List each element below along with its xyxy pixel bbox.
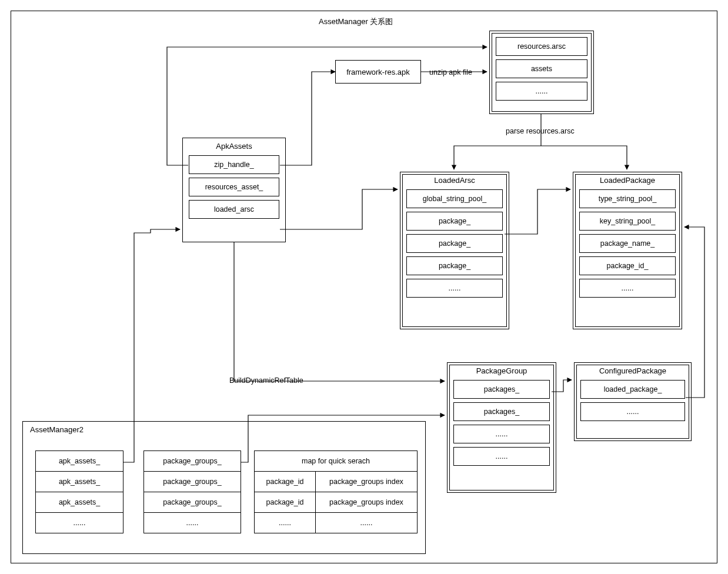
loaded-arsc-row: global_string_pool_ — [406, 189, 503, 208]
diagram-title: AssetManager 关系图 — [318, 16, 394, 27]
configured-package-node: ConfiguredPackage loaded_package_ ...... — [574, 362, 692, 441]
unzip-label: unzip apk file — [428, 68, 473, 76]
quick-search-map: map for quick serach package_id package_… — [254, 450, 418, 533]
apk-assets-row: loaded_arsc — [189, 200, 279, 219]
configured-package-row: ...... — [580, 402, 685, 421]
map-cell: package_groups index — [315, 472, 417, 492]
loaded-package-node: LoadedPackage type_string_pool_ key_stri… — [573, 172, 682, 329]
package-group-row: packages_ — [453, 402, 550, 421]
unzipped-row: ...... — [496, 82, 587, 101]
map-cell: package_id — [255, 492, 316, 513]
unzipped-row: assets — [496, 59, 587, 78]
map-cell: package_groups index — [315, 492, 417, 513]
list-item: ...... — [144, 513, 241, 533]
asset-manager2-title: AssetManager2 — [23, 422, 425, 435]
loaded-arsc-row: package_ — [406, 234, 503, 253]
package-group-row: ...... — [453, 447, 550, 466]
apk-assets-row: resources_asset_ — [189, 178, 279, 196]
loaded-package-row: type_string_pool_ — [579, 189, 676, 208]
map-cell: ...... — [315, 513, 417, 533]
configured-package-row: loaded_package_ — [580, 380, 685, 399]
map-cell: ...... — [255, 513, 316, 533]
loaded-arsc-row: ...... — [406, 279, 503, 298]
package-group-title: PackageGroup — [448, 363, 556, 376]
apk-assets-node: ApkAssets zip_handle_ resources_asset_ l… — [182, 138, 286, 242]
package-groups-list: package_groups_ package_groups_ package_… — [143, 450, 241, 533]
unzipped-contents: resources.arsc assets ...... — [489, 31, 594, 114]
apk-assets-title: ApkAssets — [183, 138, 285, 152]
list-item: apk_assets_ — [36, 492, 123, 513]
loaded-package-title: LoadedPackage — [573, 172, 682, 186]
loaded-package-row: package_id_ — [579, 256, 676, 275]
apk-assets-list: apk_assets_ apk_assets_ apk_assets_ ....… — [35, 450, 123, 533]
package-group-node: PackageGroup packages_ packages_ ...... … — [447, 362, 556, 493]
apk-assets-row: zip_handle_ — [189, 155, 279, 174]
list-item: apk_assets_ — [36, 472, 123, 492]
package-group-row: ...... — [453, 425, 550, 443]
map-title: map for quick serach — [255, 451, 418, 472]
loaded-package-row: package_name_ — [579, 234, 676, 253]
map-cell: package_id — [255, 472, 316, 492]
configured-package-title: ConfiguredPackage — [575, 363, 691, 376]
package-group-row: packages_ — [453, 380, 550, 399]
loaded-arsc-title: LoadedArsc — [400, 172, 509, 186]
framework-res-apk-label: framework-res.apk — [346, 68, 410, 76]
list-item: apk_assets_ — [36, 451, 123, 472]
loaded-arsc-node: LoadedArsc global_string_pool_ package_ … — [400, 172, 509, 329]
loaded-arsc-row: package_ — [406, 256, 503, 275]
diagram-canvas: AssetManager 关系图 framework-res.apk unzip… — [0, 0, 728, 574]
list-item: package_groups_ — [144, 451, 241, 472]
framework-res-apk-box: framework-res.apk — [335, 60, 421, 84]
list-item: ...... — [36, 513, 123, 533]
list-item: package_groups_ — [144, 472, 241, 492]
unzipped-row: resources.arsc — [496, 37, 587, 56]
build-dyn-label: BuildDynamicRefTable — [228, 376, 305, 385]
list-item: package_groups_ — [144, 492, 241, 513]
loaded-package-row: key_string_pool_ — [579, 212, 676, 231]
loaded-package-row: ...... — [579, 279, 676, 298]
loaded-arsc-row: package_ — [406, 212, 503, 231]
parse-label: parse resources.arsc — [505, 127, 576, 135]
